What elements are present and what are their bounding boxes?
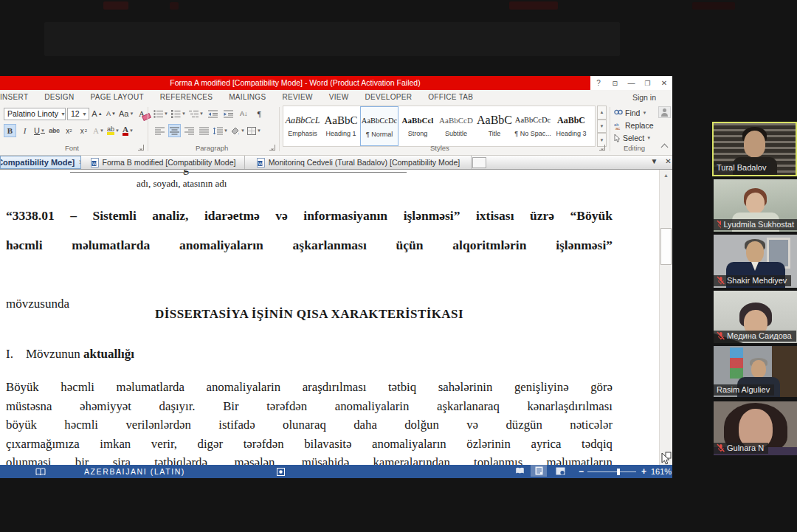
- body-line: Böyük həcmli məlumatlarda anomaliyalarin…: [6, 378, 613, 397]
- print-layout-button[interactable]: [531, 465, 547, 477]
- bold-button[interactable]: B: [4, 124, 16, 137]
- increase-indent-button[interactable]: [222, 107, 235, 120]
- replace-button[interactable]: abac Replace: [614, 120, 654, 131]
- italic-button[interactable]: I: [18, 124, 31, 137]
- font-name-combo[interactable]: Palatino Linoty▼: [4, 108, 66, 120]
- tab-developer[interactable]: DEVELOPER: [356, 93, 420, 101]
- tab-view[interactable]: VIEW: [321, 93, 357, 101]
- zoom-slider[interactable]: [587, 465, 636, 478]
- superscript-button[interactable]: x2: [77, 124, 90, 137]
- restore-icon[interactable]: ❐: [641, 80, 655, 87]
- minimize-icon[interactable]: —: [624, 79, 638, 87]
- style-title[interactable]: AaBbC Title: [475, 106, 514, 146]
- shrink-font-button[interactable]: A▼: [105, 107, 117, 120]
- doc-tab-label: Forma B modified [Compatibility Mode]: [103, 158, 236, 167]
- proofing-status[interactable]: [35, 465, 46, 478]
- title-bar: Forma A modified [Compatibility Mode] - …: [0, 76, 672, 90]
- vertical-scrollbar[interactable]: ▲ ▼: [659, 170, 672, 465]
- topic-paragraph: “3338.01 – Sistemli analiz, idarəetmə və…: [6, 201, 613, 260]
- bullet-list-button[interactable]: ▼: [153, 107, 168, 120]
- numbered-list-button[interactable]: ▼: [171, 107, 186, 120]
- align-left-button[interactable]: [153, 124, 166, 137]
- font-size-combo[interactable]: 12▼: [67, 108, 89, 120]
- clear-formatting-button[interactable]: A: [135, 107, 148, 120]
- tab-references[interactable]: REFERENCES: [152, 93, 221, 101]
- line-spacing-button[interactable]: ▼: [213, 124, 228, 137]
- shading-button[interactable]: ▼: [230, 124, 245, 137]
- collapse-ribbon-icon[interactable]: [661, 143, 668, 150]
- participant-tile[interactable]: Медина Саидова: [714, 291, 797, 343]
- tab-insert[interactable]: INSERT: [0, 93, 36, 101]
- close-icon[interactable]: ✕: [658, 79, 671, 87]
- find-button[interactable]: Find▼: [614, 107, 646, 119]
- tab-page-layout[interactable]: PAGE LAYOUT: [82, 93, 151, 101]
- ribbon-options-icon[interactable]: ⊡: [608, 80, 621, 87]
- align-right-button[interactable]: [183, 124, 196, 137]
- scroll-up-icon[interactable]: ▲: [660, 170, 672, 180]
- styles-gallery: AaBbCcL Emphasis AaBbC Heading 1 AaBbCcD…: [283, 106, 596, 147]
- text-effects-button[interactable]: A▼: [92, 124, 105, 137]
- language-status[interactable]: AZERBAIJANI (LATIN): [84, 465, 185, 478]
- read-mode-button[interactable]: [511, 465, 528, 477]
- align-center-button[interactable]: [168, 124, 181, 137]
- document-canvas[interactable]: g adı, soyadı, atasının adı “3338.01 – S…: [0, 170, 672, 465]
- zoom-slider-thumb[interactable]: [617, 469, 620, 475]
- help-icon[interactable]: ?: [592, 79, 605, 87]
- svg-text:W: W: [258, 162, 263, 166]
- styles-scroll-down-icon[interactable]: ▼: [597, 120, 607, 134]
- change-case-button[interactable]: Aa▼: [119, 107, 134, 120]
- select-button[interactable]: Select▼: [614, 132, 651, 144]
- underline-button[interactable]: U▼: [33, 124, 46, 137]
- borders-button[interactable]: ▼: [247, 124, 261, 137]
- tab-close-all-icon[interactable]: ✕: [663, 157, 672, 165]
- participant-tile[interactable]: Gulnara N: [714, 401, 797, 455]
- font-name-value: Palatino Linoty: [7, 109, 58, 118]
- strikethrough-button[interactable]: abc: [48, 124, 61, 137]
- justify-button[interactable]: [198, 124, 210, 137]
- participant-tile[interactable]: Shakir Mehdiyev: [714, 235, 797, 288]
- highlight-color-button[interactable]: ab▼: [107, 124, 120, 137]
- style-subtitle[interactable]: AaBbCcD Subtitle: [437, 106, 475, 146]
- style-heading-3[interactable]: AaBbC Heading 3: [552, 106, 590, 146]
- sort-button[interactable]: A↓: [238, 107, 250, 120]
- participant-tile[interactable]: Tural Badalov: [712, 122, 797, 176]
- scrollbar-thumb[interactable]: [660, 228, 672, 265]
- zoom-level[interactable]: 161%: [651, 465, 672, 478]
- tab-close-icon[interactable]: ✕: [78, 159, 81, 166]
- styles-scroll-up-icon[interactable]: ▲: [597, 106, 607, 120]
- font-dialog-launcher-icon[interactable]: [138, 145, 144, 151]
- style-strong[interactable]: AaBbCcl Strong: [398, 106, 437, 146]
- web-layout-button[interactable]: [552, 465, 568, 477]
- doc-tab-active[interactable]: Compatibility Mode] ✕: [0, 156, 81, 169]
- account-avatar[interactable]: [658, 106, 671, 118]
- grow-font-button[interactable]: A▲: [91, 107, 103, 120]
- styles-dialog-launcher-icon[interactable]: [599, 145, 605, 151]
- sign-in-link[interactable]: Sign in: [632, 93, 656, 102]
- style-emphasis[interactable]: AaBbCcL Emphasis: [283, 106, 322, 146]
- tab-mailings[interactable]: MAILINGS: [221, 93, 274, 101]
- tab-review[interactable]: REVIEW: [274, 93, 320, 101]
- participant-tile[interactable]: Lyudmila Sukhostat: [714, 179, 797, 232]
- signature-caption: adı, soyadı, atasının adı: [137, 178, 227, 190]
- style-no-spacing[interactable]: AaBbCcDc ¶ No Spac...: [514, 106, 552, 146]
- doc-tab-monitoring[interactable]: W Monitorinq Cedveli (Tural Badalov) [Co…: [246, 156, 472, 169]
- participant-tile[interactable]: Rasim Alguliev: [714, 346, 797, 397]
- tab-list-dropdown-icon[interactable]: ▼: [649, 157, 660, 165]
- style-normal[interactable]: AaBbCcDc ¶ Normal: [360, 106, 398, 146]
- decrease-indent-button[interactable]: [207, 107, 219, 120]
- participant-name-label: Rasim Alguliev: [714, 384, 774, 395]
- multilevel-list-button[interactable]: ▼: [189, 107, 204, 120]
- paragraph-dialog-launcher-icon[interactable]: [269, 145, 275, 151]
- subscript-button[interactable]: x2: [63, 124, 75, 137]
- macro-record-status[interactable]: [277, 465, 285, 478]
- doc-tab-forma-b[interactable]: W Forma B modified [Compatibility Mode]: [82, 156, 245, 169]
- show-marks-button[interactable]: ¶: [253, 107, 266, 120]
- style-heading-1[interactable]: AaBbC Heading 1: [322, 106, 360, 146]
- zoom-out-button[interactable]: −: [574, 465, 588, 478]
- mic-muted-icon: [717, 443, 725, 452]
- font-color-button[interactable]: A▼: [122, 124, 134, 137]
- new-tab-button[interactable]: [472, 157, 486, 168]
- tab-design[interactable]: DESIGN: [36, 93, 82, 101]
- tab-office-tab[interactable]: OFFICE TAB: [420, 93, 481, 101]
- zoom-in-button[interactable]: +: [637, 465, 651, 478]
